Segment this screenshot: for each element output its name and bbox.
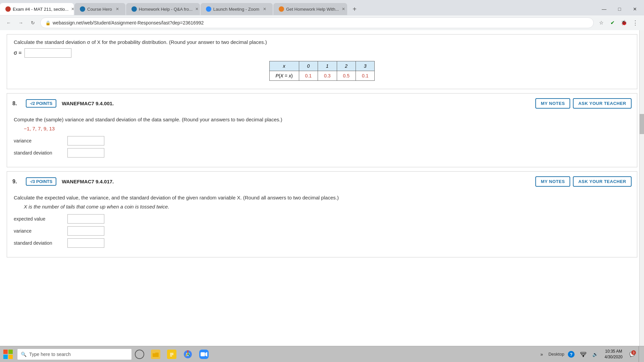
search-placeholder-text: Type here to search: [29, 352, 71, 357]
file-explorer-icon: [151, 350, 160, 359]
partial-question-text: Calculate the standard deviation σ of X …: [14, 39, 630, 45]
question-9-code: WANEFMAC7 9.4.017.: [62, 179, 535, 184]
scrollbar[interactable]: [639, 30, 644, 346]
maximize-button[interactable]: □: [612, 3, 627, 15]
question-9-ask-teacher-button[interactable]: ASK YOUR TEACHER: [573, 176, 632, 187]
windows-logo-icon: [3, 350, 13, 359]
svg-point-4: [135, 350, 144, 359]
taskbar-app-chrome[interactable]: [180, 346, 196, 362]
tab-close-zoom[interactable]: ✕: [262, 6, 267, 12]
cortana-button[interactable]: [133, 348, 146, 361]
question-9-text: Calculate the expected value, the varian…: [14, 195, 630, 200]
question-8-stddev-input[interactable]: [67, 148, 104, 158]
back-button[interactable]: ←: [4, 18, 13, 27]
question-9-body: Calculate the expected value, the varian…: [7, 191, 637, 257]
taskbar-app-zoom[interactable]: [196, 346, 212, 362]
security-lock-icon: 🔒: [45, 20, 51, 25]
sigma-input[interactable]: [24, 48, 71, 58]
menu-icon[interactable]: ⋮: [631, 18, 640, 27]
notification-icon[interactable]: 💬 3: [627, 349, 637, 360]
table-header-1: 1: [318, 61, 337, 71]
taskbar-app-sticky-notes[interactable]: [164, 346, 180, 362]
question-9-variance-row: variance: [14, 226, 630, 236]
extension-check-icon[interactable]: ✔: [608, 18, 617, 27]
question-9-stddev-row: standard deviation: [14, 238, 630, 248]
question-8-block: 8. -/2 POINTS WANEFMAC7 9.4.001. MY NOTE…: [7, 93, 637, 167]
page-content: Calculate the standard deviation σ of X …: [0, 30, 644, 346]
scrollbar-thumb[interactable]: [640, 114, 644, 134]
tab-homework[interactable]: Homework Help - Q&A fro... ✕: [126, 3, 200, 15]
help-icon[interactable]: ?: [566, 349, 577, 360]
tab-close-coursehero[interactable]: ✕: [115, 6, 120, 12]
question-9-stddev-input[interactable]: [67, 238, 104, 248]
new-tab-button[interactable]: +: [349, 4, 360, 14]
tab-icon-homework: [131, 6, 137, 12]
question-9-buttons: MY NOTES ASK YOUR TEACHER: [535, 176, 632, 187]
cortana-icon: [135, 350, 144, 359]
question-8-stddev-row: standard deviation: [14, 148, 630, 158]
question-9-block: 9. -/3 POINTS WANEFMAC7 9.4.017. MY NOTE…: [7, 171, 637, 257]
tab-label-homework: Homework Help - Q&A fro...: [139, 7, 193, 12]
taskbar-right-tray: » Desktop ? 🔊 10:35 AM 4/30/2020 💬 3: [536, 346, 644, 362]
tab-label-exam: Exam #4 - MAT 211, sectio...: [13, 7, 68, 12]
address-bar-actions: ☆ ✔ 🐞 ⋮: [596, 18, 640, 27]
table-cell-p1: 0.3: [318, 71, 337, 81]
partial-question-block: Calculate the standard deviation σ of X …: [7, 34, 637, 89]
tab-gethomework[interactable]: Get Homework Help With... ✕: [273, 3, 347, 15]
question-9-header: 9. -/3 POINTS WANEFMAC7 9.4.017. MY NOTE…: [7, 172, 637, 191]
extension-icon[interactable]: 🐞: [619, 18, 629, 27]
taskbar-apps: [148, 346, 212, 362]
question-9-points: -/3 POINTS: [26, 177, 56, 186]
close-button[interactable]: ✕: [627, 3, 643, 15]
question-8-data-values: −1, 7, 7, 9, 13: [24, 126, 630, 131]
address-bar[interactable]: 🔒 webassign.net/web/Student/Assignment-R…: [40, 17, 594, 28]
tray-chevron[interactable]: »: [536, 349, 547, 360]
table-header-2: 2: [337, 61, 356, 71]
system-clock[interactable]: 10:35 AM 4/30/2020: [602, 346, 625, 362]
taskbar-app-file-explorer[interactable]: [148, 346, 164, 362]
svg-rect-3: [8, 355, 13, 359]
question-9-variance-input[interactable]: [67, 226, 104, 236]
question-9-stddev-label: standard deviation: [14, 240, 67, 246]
svg-rect-20: [581, 352, 586, 354]
tab-label-zoom: Launch Meeting - Zoom: [213, 7, 259, 12]
window-controls: — □ ✕: [596, 3, 644, 15]
question-8-variance-label: variance: [14, 138, 67, 143]
show-desktop-button[interactable]: [639, 346, 641, 362]
question-9-expval-row: expected value: [14, 214, 630, 224]
question-8-my-notes-button[interactable]: MY NOTES: [535, 98, 570, 109]
taskbar-search-bar[interactable]: 🔍 Type here to search: [17, 349, 131, 360]
question-9-expval-label: expected value: [14, 216, 67, 222]
question-8-header: 8. -/2 POINTS WANEFMAC7 9.4.001. MY NOTE…: [7, 94, 637, 113]
chrome-icon: [183, 350, 193, 359]
tab-close-homework[interactable]: ✕: [195, 6, 199, 12]
start-button[interactable]: [0, 346, 16, 362]
question-8-variance-row: variance: [14, 136, 630, 145]
forward-button[interactable]: →: [16, 18, 25, 27]
question-8-text: Compute the (sample) variance and standa…: [14, 117, 630, 122]
tab-close-exam[interactable]: ✕: [71, 6, 74, 12]
tab-close-gethomework[interactable]: ✕: [342, 6, 345, 12]
tab-icon-zoom: [206, 6, 211, 12]
question-9-my-notes-button[interactable]: MY NOTES: [535, 176, 570, 187]
network-icon[interactable]: [578, 349, 589, 360]
tab-exam[interactable]: Exam #4 - MAT 211, sectio... ✕: [0, 3, 74, 15]
sigma-row: σ =: [14, 48, 630, 58]
svg-rect-2: [3, 355, 8, 359]
question-8-points: -/2 POINTS: [26, 99, 56, 108]
table-header-3: 3: [356, 61, 374, 71]
table-header-0: 0: [299, 61, 318, 71]
tab-zoom[interactable]: Launch Meeting - Zoom ✕: [201, 3, 273, 15]
question-8-ask-teacher-button[interactable]: ASK YOUR TEACHER: [573, 98, 632, 109]
zoom-icon: [199, 350, 209, 359]
question-9-expval-input[interactable]: [67, 214, 104, 224]
bookmark-icon[interactable]: ☆: [596, 18, 606, 27]
question-8-variance-input[interactable]: [67, 136, 104, 145]
svg-rect-0: [3, 350, 8, 354]
minimize-button[interactable]: —: [596, 3, 612, 15]
tab-icon-exam: [5, 6, 11, 12]
question-9-number: 9.: [12, 179, 20, 185]
volume-icon[interactable]: 🔊: [590, 349, 601, 360]
tab-coursehero[interactable]: Course Hero ✕: [74, 3, 125, 15]
reload-button[interactable]: ↻: [28, 18, 38, 27]
